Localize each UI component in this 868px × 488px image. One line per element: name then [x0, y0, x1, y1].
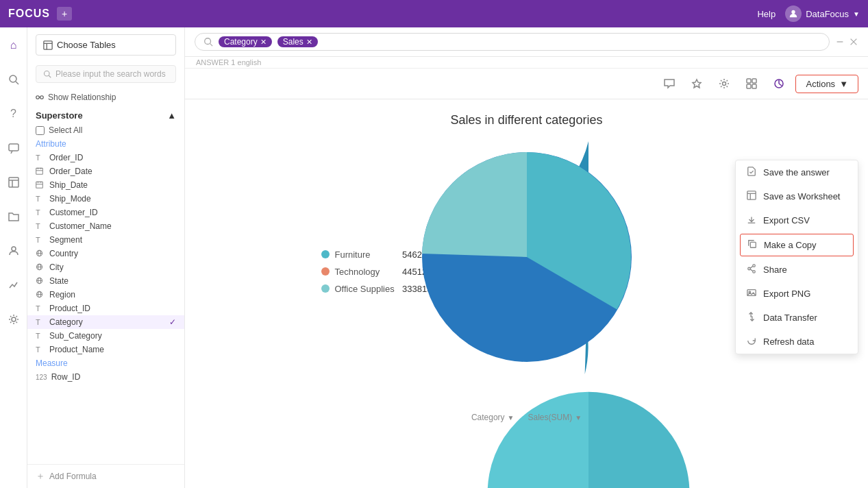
svg-rect-17 — [36, 168, 43, 174]
sidebar-item-table[interactable] — [3, 171, 25, 193]
field-product-id[interactable]: T Product_ID — [27, 302, 184, 315]
svg-point-14 — [36, 96, 40, 99]
field-customer-id[interactable]: T Customer_ID — [27, 206, 184, 219]
field-category[interactable]: T Category ✓ — [27, 315, 184, 329]
field-ship-mode[interactable]: T Ship_Mode — [27, 192, 184, 206]
field-customer-name[interactable]: T Customer_Name — [27, 219, 184, 233]
search-placeholder: Please input the search words — [55, 69, 166, 79]
chart-title: Sales in different categories — [451, 113, 603, 127]
svg-rect-53 — [750, 242, 756, 247]
tag-close-icon[interactable]: ✕ — [306, 38, 312, 47]
analytics-button[interactable] — [768, 73, 790, 95]
export-png-icon — [747, 288, 756, 300]
field-region[interactable]: Region — [27, 288, 184, 302]
app-logo: FOCUS — [8, 8, 50, 20]
refresh-data-item[interactable]: Refresh data — [736, 330, 858, 354]
data-transfer-item[interactable]: Data Transfer — [736, 306, 858, 330]
sidebar-item-settings[interactable] — [3, 308, 25, 330]
header-left: FOCUS + — [8, 7, 72, 21]
field-type-icon: T — [36, 304, 45, 313]
tag-close-icon[interactable]: ✕ — [260, 38, 266, 47]
field-type-icon: T — [36, 318, 45, 326]
svg-point-56 — [753, 271, 756, 273]
user-menu[interactable]: DataFocus ▼ — [785, 5, 860, 22]
svg-rect-47 — [752, 84, 756, 88]
y-axis-label[interactable]: Sales(SUM) ▼ — [528, 413, 582, 422]
field-type-icon — [36, 249, 45, 258]
field-type-icon: T — [36, 236, 45, 244]
section-superstore[interactable]: Superstore ▲ — [27, 106, 184, 123]
share-icon — [747, 264, 756, 276]
x-axis-label[interactable]: Category ▼ — [471, 413, 514, 422]
sidebar-item-users[interactable] — [3, 240, 25, 262]
choose-tables-button[interactable]: Choose Tables — [36, 34, 176, 56]
make-copy-item[interactable]: Make a Copy — [740, 234, 854, 256]
show-relationship-btn[interactable]: Show Relationship — [27, 88, 184, 106]
legend-dot-technology — [321, 267, 330, 276]
field-row-id[interactable]: 123 Row_ID — [27, 370, 184, 384]
top-header: FOCUS + Help DataFocus ▼ — [0, 0, 868, 27]
field-segment[interactable]: T Segment — [27, 233, 184, 247]
select-all-row[interactable]: Select All — [27, 123, 184, 137]
save-answer-icon — [747, 167, 756, 178]
comment-button[interactable] — [658, 73, 680, 95]
pie-slice-office — [487, 392, 588, 488]
search-icon — [203, 37, 213, 47]
relationship-icon — [36, 93, 44, 101]
help-button[interactable]: Help — [757, 9, 776, 19]
svg-rect-4 — [9, 178, 18, 187]
field-ship-date[interactable]: Ship_Date — [27, 178, 184, 192]
sidebar-item-question[interactable]: ? — [3, 103, 25, 125]
svg-rect-21 — [36, 182, 43, 188]
tag-label: Sales — [283, 37, 303, 47]
svg-line-2 — [16, 82, 18, 84]
svg-rect-3 — [9, 144, 18, 151]
add-tab-button[interactable]: + — [57, 7, 72, 21]
category-tag[interactable]: Category ✕ — [219, 36, 272, 47]
field-state[interactable]: State — [27, 274, 184, 288]
sidebar-item-search[interactable] — [3, 69, 25, 90]
sidebar-item-analytics[interactable] — [3, 274, 25, 296]
sidebar-item-folder[interactable] — [3, 206, 25, 228]
svg-line-13 — [49, 75, 51, 77]
svg-point-1 — [10, 75, 16, 82]
field-type-icon: 123 — [36, 374, 47, 381]
field-type-icon — [36, 167, 45, 176]
user-chevron-icon: ▼ — [853, 10, 860, 18]
pie-chart — [472, 141, 732, 402]
share-item[interactable]: Share — [736, 258, 858, 282]
minimize-icon[interactable] — [835, 37, 845, 47]
refresh-icon — [747, 336, 756, 347]
add-formula-button[interactable]: ＋ Add Formula — [27, 464, 184, 488]
sales-tag[interactable]: Sales ✕ — [277, 36, 318, 47]
svg-point-8 — [12, 317, 16, 321]
search-input-wrap[interactable]: Category ✕ Sales ✕ — [195, 33, 830, 51]
export-csv-item[interactable]: Export CSV — [736, 208, 858, 232]
gear-button[interactable] — [713, 73, 735, 95]
field-order-id[interactable]: T Order_ID — [27, 151, 184, 164]
field-type-icon: T — [36, 332, 45, 340]
field-city[interactable]: City — [27, 260, 184, 274]
select-all-checkbox[interactable] — [36, 126, 45, 135]
sidebar-item-home[interactable]: ⌂ — [3, 34, 25, 56]
field-country[interactable]: Country — [27, 247, 184, 260]
sidebar-search-box[interactable]: Please input the search words — [36, 65, 176, 83]
actions-button[interactable]: Actions ▼ — [795, 75, 858, 93]
copy-icon — [747, 239, 757, 251]
check-icon: ✓ — [169, 317, 176, 327]
grid-button[interactable] — [741, 73, 762, 95]
toolbar: Actions ▼ — [185, 69, 868, 99]
field-sub-category[interactable]: T Sub_Category — [27, 329, 184, 343]
save-answer-item[interactable]: Save the answer — [736, 160, 858, 184]
field-order-date[interactable]: Order_Date — [27, 164, 184, 178]
save-worksheet-item[interactable]: Save as Worksheet — [736, 184, 858, 208]
svg-point-43 — [723, 82, 726, 86]
export-png-item[interactable]: Export PNG — [736, 282, 858, 306]
star-button[interactable] — [686, 73, 708, 95]
sidebar-item-chat[interactable] — [3, 137, 25, 159]
field-type-icon — [36, 181, 45, 190]
export-csv-icon — [747, 215, 756, 226]
field-product-name[interactable]: T Product_Name — [27, 343, 184, 356]
panel-sidebar: Choose Tables Please input the search wo… — [27, 27, 185, 488]
close-icon[interactable] — [849, 37, 858, 47]
